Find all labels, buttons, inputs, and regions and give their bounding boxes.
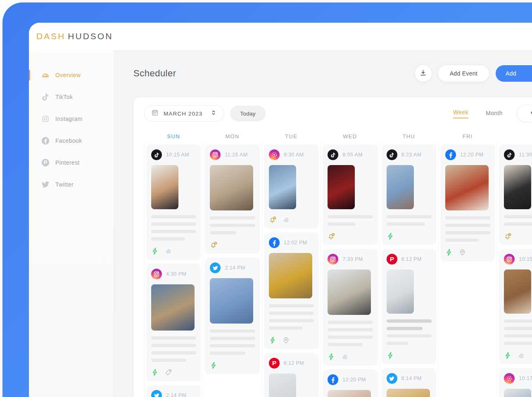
sidebar-item-tiktok[interactable]: TikTok — [29, 86, 114, 108]
view-toggle-month[interactable]: Month — [486, 110, 503, 117]
view-toggle-week[interactable]: Week — [453, 109, 468, 118]
caption-line — [504, 342, 532, 345]
tiktok-icon — [504, 149, 515, 160]
post-meta-icons — [445, 248, 490, 256]
post-card[interactable]: 2:14 PM — [205, 258, 260, 374]
post-time: 7:33 PM — [342, 256, 363, 262]
post-card[interactable]: 11:25 AM — [205, 144, 260, 254]
post-card[interactable]: 8:14 PM — [382, 368, 437, 397]
download-icon — [419, 69, 427, 78]
add-post-button[interactable]: Add — [496, 65, 532, 82]
caption-line — [210, 344, 255, 347]
reminder-icon — [504, 232, 512, 240]
post-card[interactable]: 12:20 PM — [323, 369, 378, 397]
tiktok-icon — [151, 149, 162, 160]
caption-line — [328, 215, 373, 218]
sidebar-item-twitter[interactable]: Twitter — [29, 173, 114, 195]
post-image-thumbnail — [151, 165, 178, 209]
add-post-label: Add — [506, 70, 516, 77]
day-column-thu: 8:23 AM P 6:12 PM 8:14 PM — [380, 142, 438, 397]
post-time: 12:02 PM — [284, 240, 307, 246]
post-card[interactable]: 2:14 PM — [146, 385, 201, 397]
post-card-header: 12:20 PM — [445, 149, 490, 160]
post-card[interactable]: 4:30 PM — [146, 264, 201, 381]
post-card-header: 2:14 PM — [151, 390, 196, 397]
post-card-header: 11:30 AM — [504, 149, 532, 160]
post-card[interactable]: P 6:12 PM — [382, 249, 437, 364]
caption-line — [445, 224, 490, 227]
caption-line — [151, 351, 196, 354]
caption-line — [387, 342, 408, 345]
post-card-header: 7:33 PM — [328, 254, 373, 265]
sidebar-item-instagram[interactable]: Instagram — [29, 108, 114, 130]
post-card-header: P 6:12 PM — [269, 358, 314, 369]
instagram-alt-icon — [269, 149, 280, 160]
twitter-icon — [151, 390, 162, 397]
sidebar-item-overview[interactable]: Overview — [29, 64, 114, 86]
post-card[interactable]: 10:15 PM — [499, 249, 532, 364]
caption-line — [269, 304, 314, 307]
previous-week-button[interactable] — [517, 105, 532, 122]
post-image-thumbnail — [504, 389, 531, 397]
post-image-thumbnail — [504, 269, 531, 314]
svg-text:P: P — [272, 359, 276, 366]
post-time: 2:14 PM — [166, 392, 186, 397]
post-image-thumbnail — [504, 165, 531, 209]
post-time: 12:20 PM — [460, 152, 484, 158]
twitter-icon — [210, 262, 221, 273]
download-button[interactable] — [415, 65, 432, 82]
post-image-thumbnail — [269, 165, 296, 209]
post-meta-icons — [328, 352, 373, 361]
month-selector[interactable]: MARCH 2023 — [144, 105, 224, 122]
post-card[interactable]: 12:02 PM — [264, 232, 319, 349]
caption-line — [269, 326, 303, 330]
svg-text:P: P — [390, 255, 394, 262]
post-card[interactable]: 7:33 PM — [323, 249, 378, 366]
attachment-icon — [164, 247, 172, 255]
post-image-thumbnail — [328, 390, 371, 397]
facebook-icon — [41, 136, 50, 145]
sidebar-item-facebook[interactable]: Facebook — [29, 130, 114, 151]
post-card[interactable]: 8:23 AM — [382, 144, 437, 245]
post-meta-icons — [151, 368, 196, 376]
attachment-icon — [282, 216, 290, 224]
today-label: Today — [240, 111, 256, 117]
post-card[interactable]: 12:20 PM — [440, 144, 495, 261]
post-card[interactable]: 11:30 AM — [499, 144, 532, 245]
post-meta-icons — [269, 215, 314, 224]
today-button[interactable]: Today — [230, 106, 266, 121]
pinterest-icon: P — [387, 254, 397, 265]
instagram-icon — [41, 114, 50, 123]
caption-line — [387, 222, 425, 226]
post-time: 4:30 PM — [166, 271, 186, 277]
post-card[interactable]: 10:15 AM — [146, 144, 201, 260]
post-caption-skeleton — [328, 215, 373, 226]
add-event-button[interactable]: Add Event — [438, 65, 489, 82]
post-caption-skeleton — [151, 215, 196, 241]
calendar-toolbar: MARCH 2023 Today Week Month — [144, 105, 532, 122]
caption-line — [151, 237, 185, 241]
boost-icon — [387, 352, 394, 359]
post-caption-skeleton — [328, 321, 373, 346]
post-image-thumbnail — [387, 389, 430, 397]
facebook-icon — [269, 237, 280, 248]
post-meta-icons — [387, 351, 432, 359]
post-image-thumbnail — [151, 284, 195, 331]
post-card[interactable]: 10:17 PM — [499, 368, 532, 397]
post-time: 11:25 AM — [225, 152, 247, 158]
post-card-header: 8:14 PM — [387, 373, 432, 384]
instagram-icon — [151, 269, 162, 279]
header-actions: Add Event Add — [415, 65, 532, 82]
twitter-icon — [387, 373, 397, 384]
twitter-icon — [41, 180, 50, 189]
post-card[interactable]: 8:05 AM — [323, 144, 378, 245]
post-caption-skeleton — [210, 216, 255, 234]
post-card-header: 9:30 AM — [269, 149, 314, 160]
sidebar-item-pinterest[interactable]: PPinterest — [29, 151, 114, 173]
attachment-icon — [517, 352, 525, 359]
post-card-header: P 6:12 PM — [387, 254, 432, 265]
post-card[interactable]: P 6:12 PM — [264, 353, 319, 397]
caption-line — [328, 222, 356, 226]
post-card[interactable]: 9:30 AM — [264, 144, 319, 229]
day-header-row: SUNMONTUEWEDTHUFRI — [144, 133, 532, 139]
